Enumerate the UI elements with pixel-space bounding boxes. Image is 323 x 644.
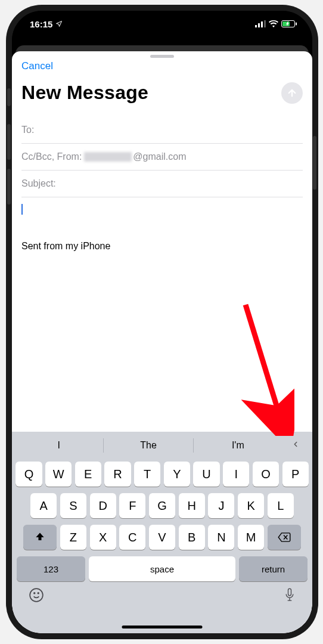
text-cursor xyxy=(21,204,23,215)
prediction-1[interactable]: I xyxy=(14,440,103,451)
svg-rect-3 xyxy=(264,20,266,27)
ccbcc-from-field[interactable]: Cc/Bcc, From: @gmail.com xyxy=(21,144,303,171)
prediction-3[interactable]: I'm xyxy=(194,440,282,451)
to-label: To: xyxy=(21,125,34,135)
key-r[interactable]: R xyxy=(104,462,131,487)
send-button[interactable] xyxy=(281,82,303,104)
key-u[interactable]: U xyxy=(193,462,219,487)
svg-rect-0 xyxy=(255,25,257,27)
key-o[interactable]: O xyxy=(253,462,279,487)
key-d[interactable]: D xyxy=(90,493,116,518)
emoji-icon xyxy=(29,587,44,603)
key-b[interactable]: B xyxy=(179,525,205,550)
shift-icon xyxy=(34,531,46,543)
to-field[interactable]: To: xyxy=(21,117,303,144)
keyboard-row-4: 123 space return xyxy=(14,556,310,581)
key-e[interactable]: E xyxy=(75,462,101,487)
location-icon xyxy=(55,20,63,27)
svg-rect-1 xyxy=(258,23,260,27)
key-y[interactable]: Y xyxy=(164,462,190,487)
notch xyxy=(94,11,231,27)
ccbcc-label: Cc/Bcc, From: xyxy=(21,151,82,162)
cellular-icon xyxy=(255,20,266,27)
shift-key[interactable] xyxy=(23,525,57,550)
backspace-icon xyxy=(278,532,291,542)
svg-point-11 xyxy=(34,593,35,594)
key-j[interactable]: J xyxy=(208,493,234,518)
key-t[interactable]: T xyxy=(134,462,160,487)
key-g[interactable]: G xyxy=(149,493,175,518)
compose-sheet: Cancel New Message To: Cc/Bcc, From: @gm… xyxy=(12,51,312,633)
keyboard-row-1: Q W E R T Y U I O P xyxy=(14,462,310,487)
keyboard-row-3: Z X C V B N M xyxy=(14,525,310,550)
svg-rect-5 xyxy=(282,21,290,26)
numeric-key[interactable]: 123 xyxy=(17,556,85,581)
svg-rect-13 xyxy=(288,589,291,596)
signature-text: Sent from my iPhone xyxy=(21,241,303,252)
subject-label: Subject: xyxy=(21,178,56,189)
key-q[interactable]: Q xyxy=(15,462,42,487)
key-x[interactable]: X xyxy=(90,525,116,550)
keyboard-row-2: A S D F G H J K L xyxy=(14,493,310,518)
message-body[interactable]: Sent from my iPhone xyxy=(12,197,312,258)
wifi-icon xyxy=(269,20,278,27)
svg-rect-2 xyxy=(261,21,263,27)
from-domain: @gmail.com xyxy=(133,151,186,162)
keyboard: I The I'm Q W E R xyxy=(12,432,312,633)
status-time: 16:15 xyxy=(30,19,52,29)
key-i[interactable]: I xyxy=(223,462,249,487)
key-z[interactable]: Z xyxy=(60,525,86,550)
return-key[interactable]: return xyxy=(239,556,308,581)
key-a[interactable]: A xyxy=(30,493,57,518)
chevron-left-icon xyxy=(291,439,300,450)
key-v[interactable]: V xyxy=(149,525,175,550)
key-l[interactable]: L xyxy=(268,493,294,518)
from-redacted xyxy=(84,152,132,162)
svg-rect-6 xyxy=(296,23,297,26)
prediction-expand[interactable] xyxy=(282,439,309,452)
key-w[interactable]: W xyxy=(45,462,72,487)
key-f[interactable]: F xyxy=(119,493,145,518)
home-indicator[interactable] xyxy=(122,626,203,628)
backspace-key[interactable] xyxy=(268,525,301,550)
dictation-key[interactable] xyxy=(284,587,296,605)
key-n[interactable]: N xyxy=(208,525,234,550)
key-h[interactable]: H xyxy=(179,493,205,518)
subject-field[interactable]: Subject: xyxy=(21,171,303,197)
annotation-arrow xyxy=(235,302,294,436)
key-k[interactable]: K xyxy=(238,493,264,518)
battery-charging-icon xyxy=(281,20,297,27)
svg-point-12 xyxy=(38,593,39,594)
arrow-up-icon xyxy=(287,88,297,98)
sheet-grabber[interactable] xyxy=(150,55,174,58)
key-p[interactable]: P xyxy=(282,462,309,487)
key-m[interactable]: M xyxy=(238,525,264,550)
emoji-key[interactable] xyxy=(29,587,44,605)
mic-icon xyxy=(284,587,296,603)
cancel-button[interactable]: Cancel xyxy=(21,60,53,72)
space-key[interactable]: space xyxy=(89,556,235,581)
key-c[interactable]: C xyxy=(119,525,145,550)
svg-line-7 xyxy=(246,305,281,421)
prediction-2[interactable]: The xyxy=(104,440,192,451)
svg-point-10 xyxy=(30,589,43,602)
page-title: New Message xyxy=(21,82,148,104)
key-s[interactable]: S xyxy=(60,493,86,518)
